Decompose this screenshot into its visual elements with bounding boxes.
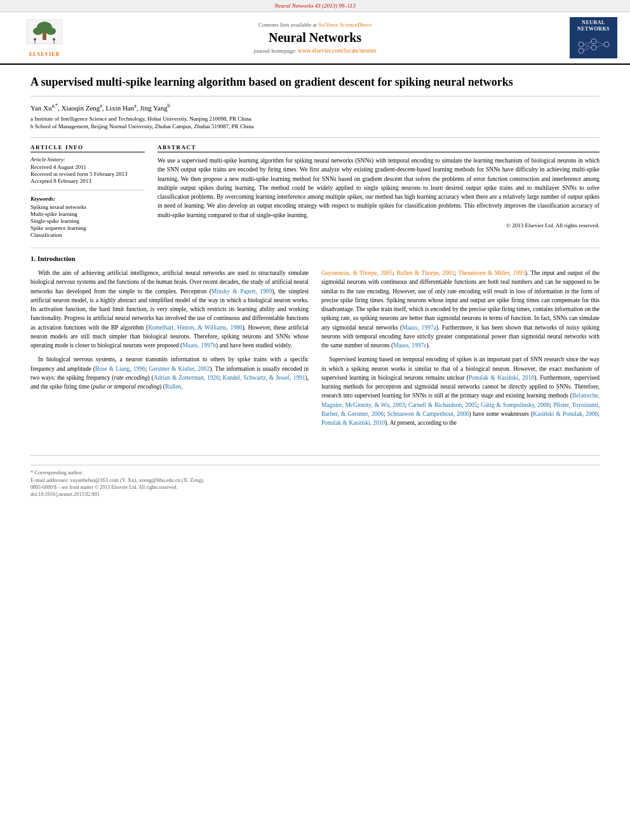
ref-rullen[interactable]: Rullen,: [165, 383, 183, 390]
keywords-block: Keywords: Spiking neural networks Multi-…: [30, 196, 145, 238]
elsevier-wordmark: ELSEVIER: [29, 51, 60, 57]
journal-name: Neural Networks: [76, 30, 554, 45]
journal-header: ELSEVIER Contents lists available at Sci…: [0, 12, 630, 65]
author2: , Xiaoqin Zeng: [58, 104, 100, 112]
ref-guyonneau[interactable]: Guyonneau, & Thorpe, 2005: [321, 270, 392, 276]
intro-col-left: With the aim of achieving artificial int…: [30, 269, 309, 432]
doi-line: doi:10.1016/j.neunet.2013.02.003: [30, 491, 600, 497]
intro-col-right: Guyonneau, & Thorpe, 2005; Rullen & Thor…: [321, 269, 600, 432]
keyword-5: Classification: [30, 232, 145, 238]
elsevier-tree-icon: [25, 18, 64, 50]
article-info-label: ARTICLE INFO: [30, 144, 145, 152]
homepage-url[interactable]: www.elsevier.com/locate/neunet: [298, 48, 376, 54]
ref-gerstner[interactable]: Gerstner & Kistler, 2002: [149, 366, 210, 372]
authors-line: Yan Xua,*, Xiaoqin Zenga, Lixin Hana, Ji…: [30, 103, 600, 112]
ref-gutig[interactable]: Gütig & Sompolinsky, 2006: [481, 402, 550, 408]
ref-bose[interactable]: Bose & Liang, 1996: [95, 366, 145, 372]
article-title: A supervised multi-spike learning algori…: [30, 75, 600, 97]
svg-line-19: [596, 44, 604, 48]
ref-kandel[interactable]: Kandel, Schwartz, & Jessel, 1991: [223, 375, 305, 381]
nn-logo-chart: [575, 35, 613, 56]
abstract-label: ABSTRACT: [158, 144, 600, 152]
journal-logo-right: NEURALNETWORKS: [554, 17, 617, 58]
accepted-date: Accepted 8 February 2013: [30, 178, 145, 184]
revised-date: Received in revised form 5 February 2013: [30, 171, 145, 177]
intro-para-1: With the aim of achieving artificial int…: [30, 269, 309, 350]
intro-section-number: 1.: [30, 255, 36, 262]
homepage-label: journal homepage:: [254, 48, 297, 54]
ref-maass97b[interactable]: Maass, 1997b: [182, 342, 216, 349]
keyword-2: Multi-spike learning: [30, 211, 145, 217]
keyword-4: Spike sequence learning: [30, 225, 145, 231]
svg-point-11: [591, 39, 596, 44]
svg-rect-4: [43, 32, 46, 40]
contents-text: Contents lists available at: [258, 22, 317, 28]
svg-point-9: [579, 42, 584, 47]
ref-rumelhart[interactable]: Rumelhart, Hinton, & Williams, 1986: [148, 324, 242, 331]
ref-kasinski[interactable]: Kasiński & Ponulak, 2006: [533, 411, 598, 417]
ref-schrauwen[interactable]: Schrauwen & Campenhout, 2006: [387, 411, 469, 417]
keyword-1: Spiking neural networks: [30, 204, 145, 210]
corresponding-author-note: * Corresponding author.: [30, 469, 600, 476]
intro-section-title: Introduction: [37, 255, 76, 262]
contents-line: Contents lists available at SciVerse Sci…: [76, 22, 554, 28]
svg-point-13: [604, 42, 609, 47]
issn-line: 0893-6080/$ – see front matter © 2013 El…: [30, 484, 600, 490]
svg-point-10: [579, 48, 584, 53]
ref-adrian[interactable]: Adrian & Zotterman, 1926: [154, 375, 219, 381]
abstract-text: We use a supervised multi-spike learning…: [158, 156, 600, 220]
author4-sup: b: [168, 103, 170, 109]
author4: , Jing Yang: [137, 104, 168, 112]
svg-point-6: [53, 38, 55, 41]
journal-header-center: Contents lists available at SciVerse Sci…: [76, 22, 554, 54]
footnote-section: * Corresponding author. E-mail addresses…: [30, 465, 600, 483]
affil-a: a Institute of Intelligence Science and …: [30, 116, 600, 122]
svg-point-2: [33, 27, 43, 35]
journal-top-bar: Neural Networks 43 (2013) 99–113: [0, 0, 630, 12]
sciverse-text: SciVerse ScienceDirect: [318, 22, 372, 28]
info-abstract-section: ARTICLE INFO Article history: Received 4…: [30, 137, 600, 239]
abstract-col: ABSTRACT We use a supervised multi-spike…: [158, 144, 600, 239]
ref-rullen2[interactable]: Rullen & Thorpe, 2001: [396, 270, 454, 276]
neural-networks-logo: NEURALNETWORKS: [570, 17, 617, 58]
history-label: Article history:: [30, 156, 145, 163]
article-info-col: ARTICLE INFO Article history: Received 4…: [30, 144, 145, 239]
ref-maass97a[interactable]: Maass, 1997a: [402, 324, 436, 331]
page-footer: * Corresponding author. E-mail addresses…: [30, 455, 600, 497]
affil-b: b School of Management, Beijing Normal U…: [30, 123, 600, 130]
nn-logo-title: NEURALNETWORKS: [577, 20, 610, 32]
ref-ponulak[interactable]: Ponulak & Kasiński, 2010: [469, 375, 534, 381]
intro-right-para-1: Guyonneau, & Thorpe, 2005; Rullen & Thor…: [321, 269, 600, 350]
author1: Yan Xu: [30, 104, 51, 112]
ref-theunissen[interactable]: Theunissen & Miller, 1995: [458, 270, 525, 276]
intro-right-para-2: Supervised learning based on temporal en…: [321, 355, 600, 427]
journal-citation: Neural Networks 43 (2013) 99–113: [274, 3, 355, 9]
email-note: E-mail addresses: xuyanhehai@163.com (Y.…: [30, 477, 600, 483]
elsevier-logo: ELSEVIER: [13, 18, 76, 57]
author3: , Lixin Han: [102, 104, 134, 112]
affiliations: a Institute of Intelligence Science and …: [30, 116, 600, 130]
copyright-line: © 2013 Elsevier Ltd. All rights reserved…: [158, 222, 600, 229]
received-date: Received 4 August 2011: [30, 164, 145, 170]
ref-maass97c[interactable]: Maass, 1997c: [393, 342, 426, 349]
sciverse-link[interactable]: SciVerse ScienceDirect: [318, 22, 372, 28]
ref-ponulak2[interactable]: Ponulak & Kasiński, 2010: [321, 420, 385, 426]
elsevier-logo-area: ELSEVIER: [13, 18, 76, 57]
svg-point-5: [34, 38, 36, 41]
svg-line-18: [596, 41, 604, 44]
keywords-label: Keywords:: [30, 196, 145, 202]
main-content: A supervised multi-spike learning algori…: [0, 65, 630, 445]
ref-minsky[interactable]: Minsky & Papert, 1969: [211, 288, 272, 295]
keyword-3: Single-spike learning: [30, 218, 145, 224]
svg-point-3: [46, 27, 56, 35]
intro-body: With the aim of achieving artificial int…: [30, 269, 600, 432]
intro-para-2: In biological nervous systems, a neuron …: [30, 355, 309, 391]
author1-sup: a,*: [51, 103, 58, 109]
journal-homepage: journal homepage: www.elsevier.com/locat…: [76, 48, 554, 54]
history-block: Article history: Received 4 August 2011 …: [30, 156, 145, 190]
svg-point-12: [591, 45, 596, 50]
ref-carnell[interactable]: Carnell & Richardson, 2005: [408, 402, 478, 408]
intro-heading: 1. Introduction: [30, 255, 600, 262]
introduction-section: 1. Introduction With the aim of achievin…: [30, 248, 600, 432]
